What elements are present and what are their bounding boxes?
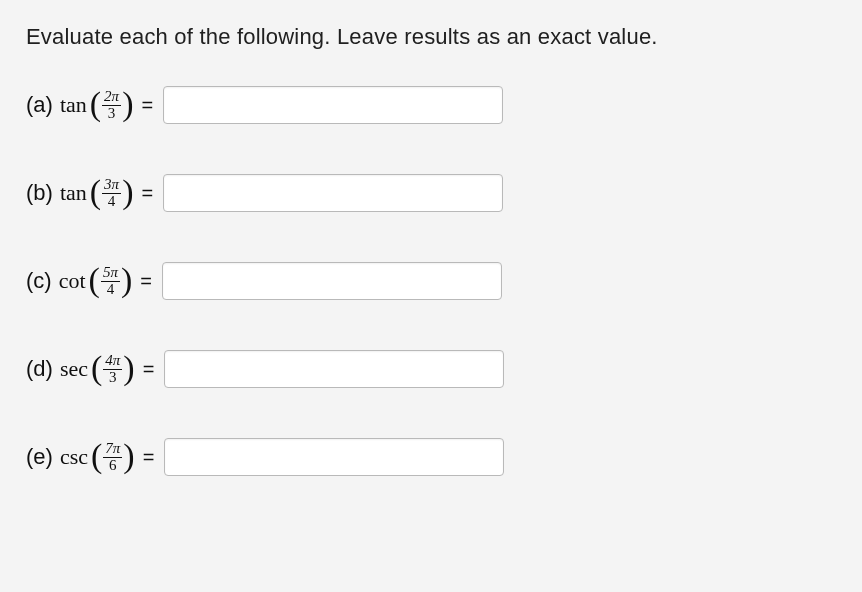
- equals-sign: =: [143, 358, 155, 381]
- numerator: 2π: [102, 89, 121, 106]
- equals-sign: =: [141, 182, 153, 205]
- left-paren-icon: (: [91, 351, 102, 385]
- denominator: 3: [107, 370, 119, 386]
- function-name: sec: [60, 356, 88, 382]
- answer-input-b[interactable]: [163, 174, 503, 212]
- right-paren-icon: ): [123, 439, 134, 473]
- answer-input-e[interactable]: [164, 438, 504, 476]
- numerator: 7π: [103, 441, 122, 458]
- denominator: 4: [106, 194, 118, 210]
- function-name: csc: [60, 444, 88, 470]
- denominator: 4: [105, 282, 117, 298]
- argument: ( 3π 4 ): [90, 176, 134, 210]
- part-label: (d): [26, 356, 53, 382]
- subpart-a: (a) tan ( 2π 3 ) =: [26, 86, 836, 124]
- answer-input-a[interactable]: [163, 86, 503, 124]
- right-paren-icon: ): [123, 351, 134, 385]
- fraction: 2π 3: [102, 89, 121, 122]
- answer-input-c[interactable]: [162, 262, 502, 300]
- fraction: 3π 4: [102, 177, 121, 210]
- right-paren-icon: ): [122, 87, 133, 121]
- argument: ( 4π 3 ): [91, 352, 135, 386]
- part-label: (a): [26, 92, 53, 118]
- question-container: Evaluate each of the following. Leave re…: [0, 0, 862, 592]
- argument: ( 5π 4 ): [89, 264, 133, 298]
- denominator: 6: [107, 458, 119, 474]
- subpart-d: (d) sec ( 4π 3 ) =: [26, 350, 836, 388]
- fraction: 5π 4: [101, 265, 120, 298]
- right-paren-icon: ): [122, 175, 133, 209]
- part-label: (e): [26, 444, 53, 470]
- numerator: 4π: [103, 353, 122, 370]
- right-paren-icon: ): [121, 263, 132, 297]
- subpart-c: (c) cot ( 5π 4 ) =: [26, 262, 836, 300]
- left-paren-icon: (: [90, 175, 101, 209]
- function-name: cot: [59, 268, 86, 294]
- equals-sign: =: [143, 446, 155, 469]
- numerator: 5π: [101, 265, 120, 282]
- function-name: tan: [60, 180, 87, 206]
- numerator: 3π: [102, 177, 121, 194]
- subpart-b: (b) tan ( 3π 4 ) =: [26, 174, 836, 212]
- denominator: 3: [106, 106, 118, 122]
- left-paren-icon: (: [89, 263, 100, 297]
- fraction: 7π 6: [103, 441, 122, 474]
- equals-sign: =: [141, 94, 153, 117]
- argument: ( 2π 3 ): [90, 88, 134, 122]
- argument: ( 7π 6 ): [91, 440, 135, 474]
- left-paren-icon: (: [91, 439, 102, 473]
- answer-input-d[interactable]: [164, 350, 504, 388]
- question-prompt: Evaluate each of the following. Leave re…: [26, 24, 836, 50]
- part-label: (c): [26, 268, 52, 294]
- fraction: 4π 3: [103, 353, 122, 386]
- part-label: (b): [26, 180, 53, 206]
- subpart-e: (e) csc ( 7π 6 ) =: [26, 438, 836, 476]
- left-paren-icon: (: [90, 87, 101, 121]
- function-name: tan: [60, 92, 87, 118]
- equals-sign: =: [140, 270, 152, 293]
